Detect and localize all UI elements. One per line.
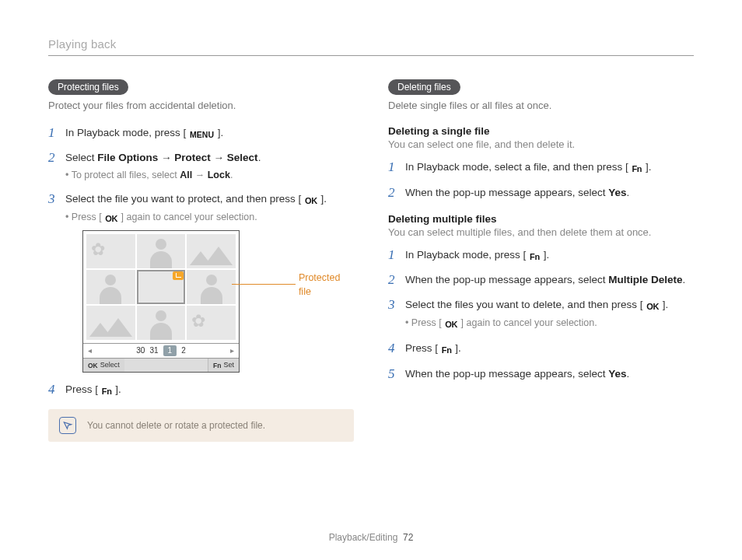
intro-protecting: Protect your files from accidental delet… [48, 100, 354, 111]
fn-icon: Fn [530, 251, 540, 264]
callout-protected: Protected file [232, 271, 354, 299]
step-2: When the pop-up message appears, select … [388, 272, 694, 288]
day-current: 1 [163, 345, 177, 357]
text: Press [ [72, 212, 104, 222]
subhead-multi: Deleting multiple files [388, 213, 694, 225]
step-4: Press [ Fn ]. [48, 382, 354, 398]
steps-single: In Playback mode, select a file, and the… [388, 159, 694, 201]
fn-icon: Fn [632, 163, 642, 176]
text: ]. [113, 383, 121, 395]
text: When the pop-up message appears, select [405, 368, 608, 380]
thumb [86, 270, 135, 304]
substep: Press [ OK ] again to cancel your select… [405, 316, 694, 331]
text: When the pop-up message appears, select [405, 187, 608, 198]
text: ] again to cancel your selection. [458, 317, 597, 328]
pill-deleting: Deleting files [388, 79, 460, 95]
text: → [192, 170, 207, 180]
opt: Lock [208, 170, 230, 180]
thumb-selected [137, 270, 186, 304]
opt: All [180, 170, 192, 180]
text: Press [ [405, 342, 441, 354]
subdesc-multi: You can select multiple files, and then … [388, 226, 694, 238]
opt: Yes [608, 368, 626, 380]
opt: File Options [97, 152, 158, 163]
step-1: In Playback mode, press [ Fn ]. [388, 247, 694, 264]
text: Press [ [65, 383, 101, 395]
thumb [187, 234, 236, 268]
label: Select [100, 360, 120, 370]
step-3: Select the files you want to delete, and… [388, 297, 694, 331]
opt: Multiple Delete [608, 274, 682, 285]
opt: Yes [608, 187, 626, 198]
text: When the pop-up message appears, select [405, 274, 608, 285]
page-footer: Playback/Editing 72 [0, 532, 742, 543]
col-protecting: Protecting files Protect your files from… [48, 79, 354, 442]
text: ]. [318, 193, 327, 205]
thumb [137, 306, 186, 340]
bottom-bar: OKSelect FnSet [83, 358, 239, 372]
thumb [137, 234, 186, 268]
fn-icon: Fn [213, 361, 221, 370]
text: Press [ [411, 317, 444, 328]
text: ]. [541, 249, 549, 261]
text: . [682, 274, 685, 285]
ok-icon: OK [88, 361, 98, 370]
text: ]. [453, 342, 461, 354]
opt: Protect [174, 152, 211, 163]
text: ]. [660, 299, 668, 310]
substep: Press [ OK ] again to cancel your select… [65, 210, 354, 226]
steps-multi: In Playback mode, press [ Fn ]. When the… [388, 247, 694, 382]
illustration: ◂ 30 31 1 2 ▸ OKSelect [82, 230, 354, 373]
ok-icon: OK [646, 301, 659, 313]
thumb [86, 306, 135, 340]
chevron-right-icon: ▸ [230, 345, 234, 357]
text: ]. [215, 127, 223, 138]
text: To protect all files, select [72, 170, 180, 180]
ok-icon: OK [105, 213, 117, 226]
step-2: Select File Options → Protect → Select. … [48, 150, 354, 182]
text: . [626, 368, 629, 380]
protected-badge-icon [173, 271, 184, 280]
calendar-strip: ◂ 30 31 1 2 ▸ [83, 343, 239, 359]
text: ] again to cancel your selection. [118, 212, 257, 222]
text: . [230, 170, 233, 180]
step-4: Press [ Fn ]. [388, 341, 694, 357]
ok-icon: OK [305, 195, 317, 208]
pill-protecting: Protecting files [48, 79, 128, 95]
day: 30 [136, 345, 145, 357]
text: → [211, 152, 227, 163]
page-number: 72 [403, 532, 413, 543]
thumb [187, 306, 236, 340]
footer-section: Playback/Editing [329, 532, 398, 543]
text: . [258, 152, 261, 163]
text: Select the files you want to delete, and… [405, 299, 646, 310]
text: Select [65, 152, 97, 163]
steps-protecting: In Playback mode, press [ MENU ]. Select… [48, 125, 354, 398]
subdesc-single: You can select one file, and then delete… [388, 138, 694, 150]
text: Select the file you want to protect, and… [65, 193, 304, 205]
menu-icon: MENU [190, 129, 214, 141]
intro-deleting: Delete single files or all files at once… [388, 100, 694, 111]
opt: Select [227, 152, 258, 163]
thumb [86, 234, 135, 268]
text: In Playback mode, select a file, and the… [405, 161, 631, 173]
day: 31 [149, 345, 158, 357]
ok-icon: OK [445, 319, 457, 331]
text: ]. [642, 161, 651, 173]
step-1: In Playback mode, select a file, and the… [388, 159, 694, 176]
subhead-single: Deleting a single file [388, 125, 694, 137]
note-box: You cannot delete or rotate a protected … [48, 409, 354, 442]
text: In Playback mode, press [ [65, 127, 189, 138]
step-5: When the pop-up message appears, select … [388, 366, 694, 382]
fn-icon: Fn [102, 386, 112, 398]
thumb [187, 270, 236, 304]
label: Set [223, 360, 234, 370]
substep: To protect all files, select All → Lock. [65, 168, 354, 182]
page-header: Playing back [48, 37, 694, 56]
step-3: Select the file you want to protect, and… [48, 191, 354, 373]
callout-text: Protected file [299, 271, 354, 299]
chevron-left-icon: ◂ [88, 345, 92, 357]
text: . [626, 187, 629, 198]
col-deleting: Deleting files Delete single files or al… [388, 79, 694, 442]
step-2: When the pop-up message appears, select … [388, 185, 694, 201]
